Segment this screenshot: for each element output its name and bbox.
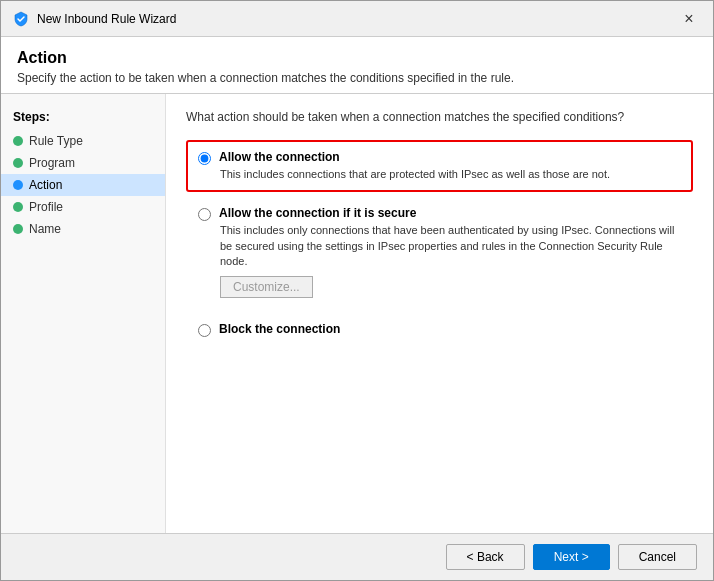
titlebar: New Inbound Rule Wizard × [1, 1, 713, 37]
option-allow-secure-row: Allow the connection if it is secure [198, 206, 681, 221]
sidebar-item-action[interactable]: Action [1, 174, 165, 196]
step-dot-program [13, 158, 23, 168]
page-title: Action [17, 49, 697, 67]
steps-label: Steps: [1, 106, 165, 130]
step-dot-rule-type [13, 136, 23, 146]
page-description: Specify the action to be taken when a co… [17, 71, 697, 85]
dialog-header: Action Specify the action to be taken wh… [1, 37, 713, 94]
options-group: Allow the connection This includes conne… [186, 140, 693, 351]
steps-sidebar: Steps: Rule Type Program Action Profile … [1, 94, 166, 533]
option-allow-label: Allow the connection [219, 150, 340, 164]
option-block-box: Block the connection [186, 312, 693, 347]
step-dot-name [13, 224, 23, 234]
sidebar-item-label-profile: Profile [29, 200, 63, 214]
sidebar-item-rule-type[interactable]: Rule Type [1, 130, 165, 152]
cancel-button[interactable]: Cancel [618, 544, 697, 570]
next-button[interactable]: Next > [533, 544, 610, 570]
option-block-label: Block the connection [219, 322, 340, 336]
sidebar-item-label-rule-type: Rule Type [29, 134, 83, 148]
sidebar-item-label-program: Program [29, 156, 75, 170]
back-button[interactable]: < Back [446, 544, 525, 570]
option-allow-secure-label: Allow the connection if it is secure [219, 206, 416, 220]
option-allow-desc: This includes connections that are prote… [220, 167, 681, 182]
radio-block[interactable] [198, 324, 211, 337]
step-dot-profile [13, 202, 23, 212]
dialog-window: New Inbound Rule Wizard × Action Specify… [0, 0, 714, 581]
radio-allow[interactable] [198, 152, 211, 165]
customize-button[interactable]: Customize... [220, 276, 313, 298]
app-icon [13, 11, 29, 27]
close-button[interactable]: × [677, 7, 701, 31]
sidebar-item-label-name: Name [29, 222, 61, 236]
dialog-footer: < Back Next > Cancel [1, 533, 713, 580]
sidebar-item-name[interactable]: Name [1, 218, 165, 240]
main-panel: What action should be taken when a conne… [166, 94, 713, 533]
main-question: What action should be taken when a conne… [186, 110, 693, 124]
option-allow-box: Allow the connection This includes conne… [186, 140, 693, 192]
option-block-row: Block the connection [198, 322, 681, 337]
sidebar-item-label-action: Action [29, 178, 62, 192]
radio-allow-secure[interactable] [198, 208, 211, 221]
step-dot-action [13, 180, 23, 190]
titlebar-title: New Inbound Rule Wizard [37, 12, 669, 26]
sidebar-item-profile[interactable]: Profile [1, 196, 165, 218]
option-allow-row: Allow the connection [198, 150, 681, 165]
sidebar-item-program[interactable]: Program [1, 152, 165, 174]
dialog-content: Steps: Rule Type Program Action Profile … [1, 94, 713, 533]
option-allow-secure-desc: This includes only connections that have… [220, 223, 681, 269]
option-allow-secure-box: Allow the connection if it is secure Thi… [186, 196, 693, 307]
